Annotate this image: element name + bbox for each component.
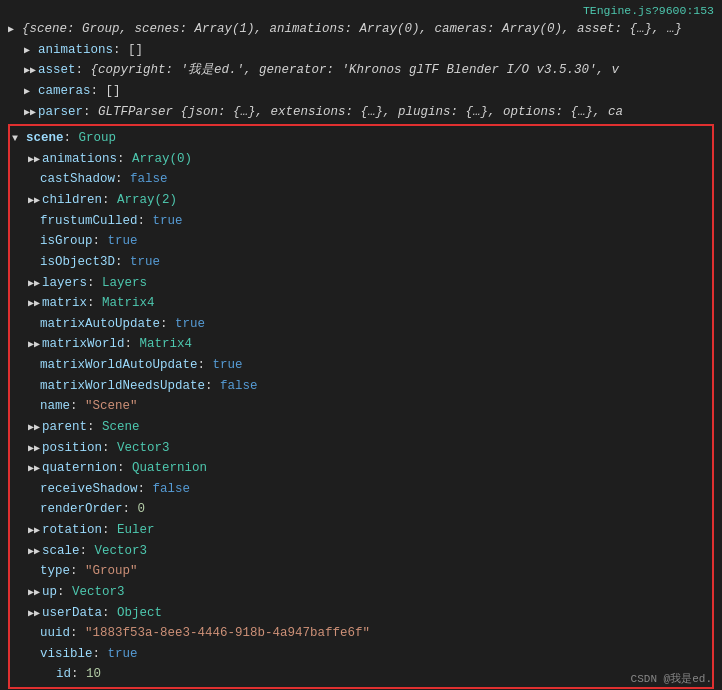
header-text: {scene: Group, scenes: Array(1), animati… [22,19,682,40]
scene-receiveShadow: receiveShadow : false [10,479,712,500]
scene-scale: ▶ scale : Vector3 [10,541,712,562]
scene-group-header: scene : Group [10,128,712,149]
scene-matrixWorldNeedsUpdate: matrixWorldNeedsUpdate : false [10,376,712,397]
scene-animations: ▶ animations : Array(0) [10,149,712,170]
scene-uuid: uuid : "1883f53a-8ee3-4446-918b-4a947baf… [10,623,712,644]
source-link[interactable]: TEngine.js?9600:153 [583,4,714,17]
pre-item-asset: ▶ asset : {copyright: '我是ed.', generator… [8,60,714,81]
scene-up: ▶ up : Vector3 [10,582,712,603]
pre-item-cameras: ▶ cameras : [] [8,81,714,102]
scene-matrixWorldAutoUpdate: matrixWorldAutoUpdate : true [10,355,712,376]
root-triangle[interactable] [8,22,22,39]
pre-item-parser: ▶ parser : GLTFParser {json: {…}, extens… [8,102,714,123]
scene-parent: ▶ parent : Scene [10,417,712,438]
scene-name: name : "Scene" [10,396,712,417]
scene-group-block: scene : Group ▶ animations : Array(0) ca… [8,124,714,689]
bottom-bar: CSDN @我是ed. [621,667,722,690]
scene-isObject3D: isObject3D : true [10,252,712,273]
scene-id: id : 10 [10,664,712,685]
scene-renderOrder: renderOrder : 0 [10,499,712,520]
scene-isGroup: isGroup : true [10,231,712,252]
scene-matrixAutoUpdate: matrixAutoUpdate : true [10,314,712,335]
scene-matrix: ▶ matrix : Matrix4 [10,293,712,314]
header-object-line: {scene: Group, scenes: Array(1), animati… [8,19,714,40]
top-bar: TEngine.js?9600:153 [0,0,722,19]
scene-layers: ▶ layers : Layers [10,273,712,294]
scene-castShadow: castShadow : false [10,169,712,190]
scene-group-triangle[interactable] [12,131,26,148]
pre-item-animations: ▶ animations : [] [8,40,714,61]
scene-userData: ▶ userData : Object [10,603,712,624]
scene-quaternion: ▶ quaternion : Quaternion [10,458,712,479]
scene-visible: visible : true [10,644,712,665]
scene-frustumCulled: frustumCulled : true [10,211,712,232]
scene-type: type : "Group" [10,561,712,582]
scene-children: ▶ children : Array(2) [10,190,712,211]
scene-rotation: ▶ rotation : Euler [10,520,712,541]
bottom-bar-label: CSDN @我是ed. [631,673,712,685]
content-area: {scene: Group, scenes: Array(1), animati… [0,19,722,690]
scene-matrixWorld: ▶ matrixWorld : Matrix4 [10,334,712,355]
scene-position: ▶ position : Vector3 [10,438,712,459]
